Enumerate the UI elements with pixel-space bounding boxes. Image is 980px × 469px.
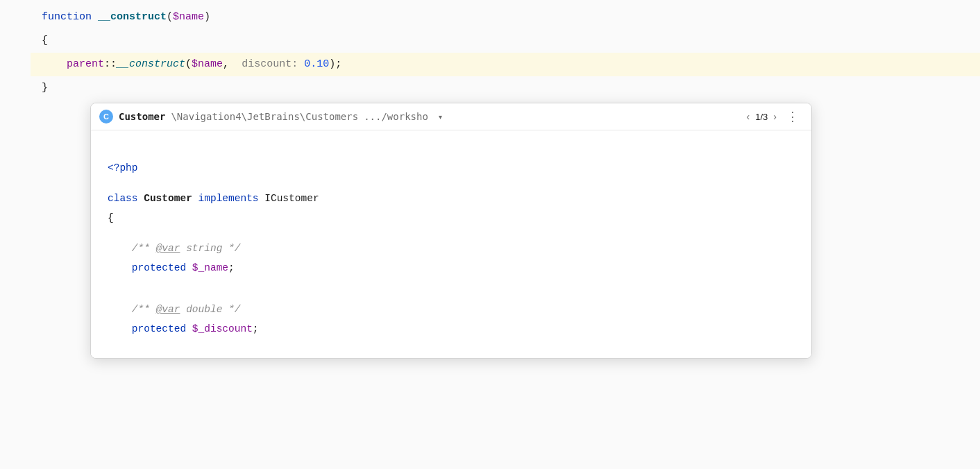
- at-var-2: @var: [156, 300, 180, 319]
- nav-more-button[interactable]: ⋮: [782, 109, 803, 124]
- brace-close: }: [42, 76, 48, 100]
- indent-p1: [108, 258, 132, 278]
- semicolon: ;: [335, 53, 341, 76]
- interface-icustomer: ICustomer: [264, 189, 319, 208]
- popup-nav: ‹ 1/3 › ⋮: [744, 109, 803, 124]
- popup-body: <?php class Customer implements ICustome…: [91, 130, 811, 358]
- keyword-function: function: [42, 6, 92, 29]
- nav-prev-button[interactable]: ‹: [744, 110, 753, 123]
- spacer-5: [108, 289, 795, 300]
- double-colon: ::: [104, 53, 117, 76]
- class-customer: Customer: [144, 189, 192, 208]
- code-line-4: }: [31, 76, 980, 100]
- fn-construct: __construct: [98, 6, 167, 29]
- indent-c1: [108, 239, 132, 258]
- sp2: [192, 189, 198, 208]
- kw-protected2: protected: [132, 319, 186, 339]
- semi1: ;: [228, 258, 235, 278]
- hover-popup: C Customer \Navigation4\JetBrains\Custom…: [90, 103, 812, 359]
- code-line-3-highlighted: parent::__construct($name, discount: 0.1…: [31, 53, 980, 76]
- spacer-3: [108, 228, 795, 239]
- comment-string: string */: [180, 239, 240, 258]
- value-010: 0.10: [304, 53, 329, 76]
- space: [92, 6, 98, 29]
- comma-space: ,: [223, 53, 242, 76]
- popup-namespace: \Navigation4\JetBrains\Customers: [171, 111, 358, 122]
- paren-open: (: [167, 6, 173, 29]
- popup-line-class: class Customer implements ICustomer: [108, 189, 795, 208]
- indent-p2: [108, 319, 132, 339]
- popup-line-brace-open: {: [108, 208, 795, 228]
- paren-open2: (: [185, 53, 192, 76]
- php-open-tag: <?php: [108, 158, 138, 178]
- kw-protected1: protected: [132, 258, 186, 278]
- popup-dropdown-button[interactable]: ▾: [435, 111, 446, 122]
- parent-keyword: parent: [67, 53, 104, 76]
- code-line-2: {: [31, 29, 980, 53]
- popup-path: .../worksho: [364, 111, 428, 122]
- label-discount: discount:: [242, 53, 298, 76]
- kw-class: class: [108, 189, 138, 208]
- popup-class-name: Customer: [119, 111, 165, 122]
- param-name2: $name: [192, 53, 223, 76]
- class-icon-label: C: [103, 112, 109, 121]
- popup-brace-open: {: [108, 208, 114, 228]
- sp1: [138, 189, 144, 208]
- comment-start2: /**: [132, 300, 156, 319]
- code-line-1: function __construct($name): [31, 6, 980, 29]
- editor-background: function __construct($name) { parent::__…: [0, 0, 980, 469]
- paren-close2: ): [329, 53, 335, 76]
- space2: [298, 53, 304, 76]
- paren-close: ): [204, 6, 210, 29]
- spacer-4: [108, 278, 795, 289]
- popup-line-php: <?php: [108, 158, 795, 178]
- sp3: [259, 189, 265, 208]
- nav-count: 1/3: [755, 112, 768, 122]
- spacer-1: [108, 147, 795, 158]
- spacer-2: [108, 178, 795, 189]
- code-area: function __construct($name) { parent::__…: [0, 0, 980, 100]
- brace-open: {: [42, 29, 48, 53]
- class-icon: C: [99, 110, 113, 123]
- popup-line-comment2: /** @var double */: [108, 300, 795, 319]
- at-var-1: @var: [156, 239, 180, 258]
- indent: [42, 53, 67, 76]
- popup-header: C Customer \Navigation4\JetBrains\Custom…: [91, 103, 811, 130]
- nav-next-button[interactable]: ›: [770, 110, 779, 123]
- sp5: [186, 319, 192, 339]
- kw-implements: implements: [198, 189, 259, 208]
- param-name: $name: [173, 6, 204, 29]
- popup-line-name: protected $_name;: [108, 258, 795, 278]
- comment-double: double */: [180, 300, 240, 319]
- sp4: [186, 258, 192, 278]
- semi2: ;: [253, 319, 259, 339]
- comment-start1: /**: [132, 239, 156, 258]
- indent-c2: [108, 300, 132, 319]
- fn-construct-italic: __construct: [117, 53, 185, 76]
- prop-discount: $_discount: [192, 319, 253, 339]
- popup-line-discount: protected $_discount;: [108, 319, 795, 339]
- popup-line-comment1: /** @var string */: [108, 239, 795, 258]
- prop-name: $_name: [192, 258, 228, 278]
